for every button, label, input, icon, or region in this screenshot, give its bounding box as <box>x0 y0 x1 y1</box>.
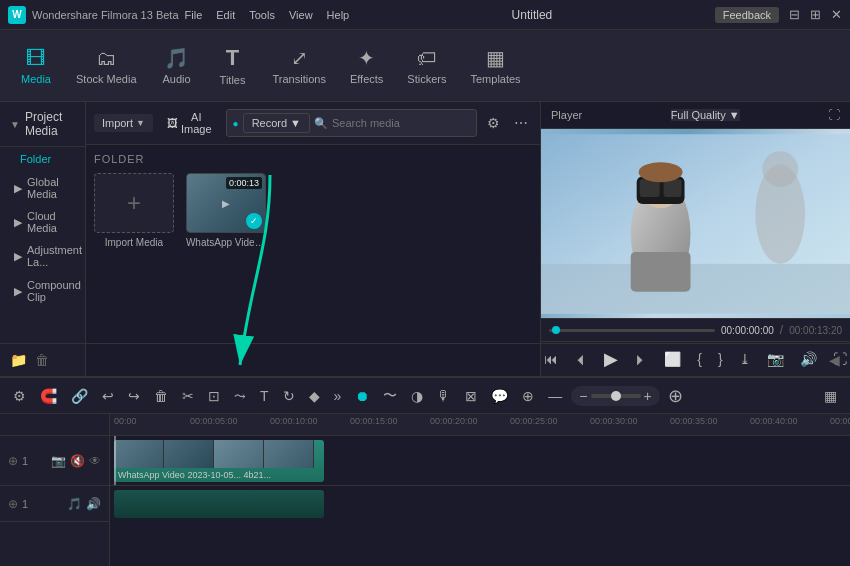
more-timeline-icon[interactable]: » <box>329 386 347 406</box>
toolbar-media[interactable]: 🎞 Media <box>10 41 62 91</box>
compound-clip-arrow-icon: ▶ <box>14 285 22 298</box>
timeline-content: ⊕ 1 📷 🔇 👁 ⊕ 1 🎵 🔊 00:00 00:00:05:00 00:0… <box>0 414 850 566</box>
color-grading-icon[interactable]: ◑ <box>406 386 428 406</box>
sidebar-item-cloud-media[interactable]: ▶ Cloud Media <box>0 205 85 239</box>
toolbar-titles[interactable]: T Titles <box>207 39 259 92</box>
adjustment-label: Adjustment La... <box>27 244 82 268</box>
clip-thumb-3 <box>214 440 264 468</box>
zoom-out-icon[interactable]: − <box>579 388 587 404</box>
panel-bottom-controls: 📁 🗑 ◀ <box>0 343 86 376</box>
zoom-control: − + <box>571 386 659 406</box>
audio-waveform-icon[interactable]: 〜 <box>378 385 402 407</box>
playhead-slider[interactable] <box>549 329 715 332</box>
timeline-track-labels: ⊕ 1 📷 🔇 👁 ⊕ 1 🎵 🔊 <box>0 414 110 566</box>
menu-file[interactable]: File <box>185 9 203 21</box>
menu-view[interactable]: View <box>289 9 313 21</box>
ripple-icon[interactable]: ⤳ <box>229 386 251 406</box>
close-icon[interactable]: ✕ <box>831 7 842 22</box>
delete-icon[interactable]: 🗑 <box>35 352 49 368</box>
adjustment-arrow-icon: ▶ <box>14 250 22 263</box>
link-icon[interactable]: 🔗 <box>66 386 93 406</box>
clip-thumb-4 <box>264 440 314 468</box>
title-bar-left: W Wondershare Filmora 13 Beta File Edit … <box>8 6 349 24</box>
audio-track <box>110 486 850 522</box>
split-icon[interactable]: ✂ <box>177 386 199 406</box>
player-panel: Player Full Quality ▼ ⛶ <box>540 102 850 376</box>
ruler-mark-4: 00:00:20:00 <box>430 416 478 426</box>
transition-timeline-icon[interactable]: ⊠ <box>460 386 482 406</box>
video-track-label: 1 <box>22 455 47 467</box>
audio-mix-icon[interactable]: 🎙 <box>432 386 456 406</box>
filter-icon[interactable]: ⚙ <box>483 113 504 133</box>
stock-media-icon: 🗂 <box>96 47 116 70</box>
import-label: Import <box>102 117 133 129</box>
audio-track-music-icon[interactable]: 🎵 <box>67 497 82 511</box>
new-folder-icon[interactable]: 📁 <box>10 352 27 368</box>
import-media-item[interactable]: + Import Media <box>94 173 174 248</box>
more-options-icon[interactable]: ⋯ <box>510 113 532 133</box>
timeline-layout-icon[interactable]: ▦ <box>819 386 842 406</box>
menu-edit[interactable]: Edit <box>216 9 235 21</box>
cloud-media-label: Cloud Media <box>27 210 75 234</box>
toolbar-templates[interactable]: ▦ Templates <box>460 40 530 91</box>
project-media-header[interactable]: ▼ Project Media <box>0 102 85 147</box>
rotate-icon[interactable]: ↻ <box>278 386 300 406</box>
keyframe-icon[interactable]: ◆ <box>304 386 325 406</box>
thumb-img-4 <box>264 440 313 468</box>
toolbar-effects[interactable]: ✦ Effects <box>340 40 393 91</box>
minimize-icon[interactable]: ⊟ <box>789 7 800 22</box>
timeline-tracks-body: WhatsApp Video 2023-10-05... 4b21... <box>110 436 850 522</box>
video-track-mute-icon[interactable]: 🔇 <box>70 454 85 468</box>
search-input[interactable] <box>332 117 470 129</box>
audio-clip[interactable] <box>114 490 324 518</box>
sidebar-item-adjustment[interactable]: ▶ Adjustment La... <box>0 239 85 273</box>
video-track-camera-icon[interactable]: 📷 <box>51 454 66 468</box>
player-expand-icon[interactable]: ⛶ <box>828 108 840 122</box>
toolbar-titles-label: Titles <box>220 74 246 86</box>
import-media-label: Import Media <box>105 237 163 248</box>
global-media-arrow-icon: ▶ <box>14 182 22 195</box>
maximize-icon[interactable]: ⊞ <box>810 7 821 22</box>
motion-icon[interactable]: ⊕ <box>517 386 539 406</box>
record-button[interactable]: Record ▼ <box>243 113 310 133</box>
feedback-button[interactable]: Feedback <box>715 7 779 23</box>
undo-icon[interactable]: ↩ <box>97 386 119 406</box>
subtitle-icon[interactable]: 💬 <box>486 386 513 406</box>
minus-icon[interactable]: — <box>543 386 567 406</box>
sidebar-item-compound-clip[interactable]: ▶ Compound Clip ! <box>0 273 85 309</box>
add-track-icon[interactable]: ⊕ <box>668 385 683 407</box>
import-button[interactable]: Import ▼ <box>94 114 153 132</box>
media-icon: 🎞 <box>26 47 46 70</box>
toolbar-transitions[interactable]: ⤢ Transitions <box>263 40 336 91</box>
text-tool-icon[interactable]: T <box>255 386 274 406</box>
quality-dropdown-icon: ▼ <box>729 109 740 121</box>
toolbar-stickers[interactable]: 🏷 Stickers <box>397 41 456 91</box>
toolbar-audio[interactable]: 🎵 Audio <box>151 40 203 91</box>
zoom-in-icon[interactable]: + <box>644 388 652 404</box>
timeline-ruler: 00:00 00:00:05:00 00:00:10:00 00:00:15:0… <box>110 414 850 436</box>
quality-selector[interactable]: Full Quality ▼ <box>671 109 740 121</box>
audio-track-volume-icon[interactable]: 🔊 <box>86 497 101 511</box>
menu-help[interactable]: Help <box>327 9 350 21</box>
menu-tools[interactable]: Tools <box>249 9 275 21</box>
record-timeline-icon[interactable]: ⏺ <box>350 386 374 406</box>
video-track-eye-icon[interactable]: 👁 <box>89 454 101 468</box>
clip-thumb-1 <box>114 440 164 468</box>
zoom-bar[interactable] <box>591 394 641 398</box>
compound-clip-label: Compound Clip <box>27 279 81 303</box>
toolbar: 🎞 Media 🗂 Stock Media 🎵 Audio T Titles ⤢… <box>0 30 850 102</box>
delete-clip-icon[interactable]: 🗑 <box>149 386 173 406</box>
magnetic-snap-icon[interactable]: 🧲 <box>35 386 62 406</box>
redo-icon[interactable]: ↪ <box>123 386 145 406</box>
sidebar-item-folder[interactable]: Folder <box>0 147 85 171</box>
timeline-settings-icon[interactable]: ⚙ <box>8 386 31 406</box>
whatsapp-video-item[interactable]: ▶ 0:00:13 ✓ WhatsApp Video 2023-10-05... <box>186 173 266 248</box>
audio-track-add-icon[interactable]: ⊕ <box>8 497 18 511</box>
video-clip[interactable]: WhatsApp Video 2023-10-05... 4b21... <box>114 440 324 482</box>
app-title: Wondershare Filmora 13 Beta <box>32 9 179 21</box>
crop-icon[interactable]: ⊡ <box>203 386 225 406</box>
sidebar-item-global-media[interactable]: ▶ Global Media <box>0 171 85 205</box>
ai-image-button[interactable]: 🖼 AI Image <box>159 108 220 138</box>
video-track-add-icon[interactable]: ⊕ <box>8 454 18 468</box>
toolbar-stock-media[interactable]: 🗂 Stock Media <box>66 41 147 91</box>
